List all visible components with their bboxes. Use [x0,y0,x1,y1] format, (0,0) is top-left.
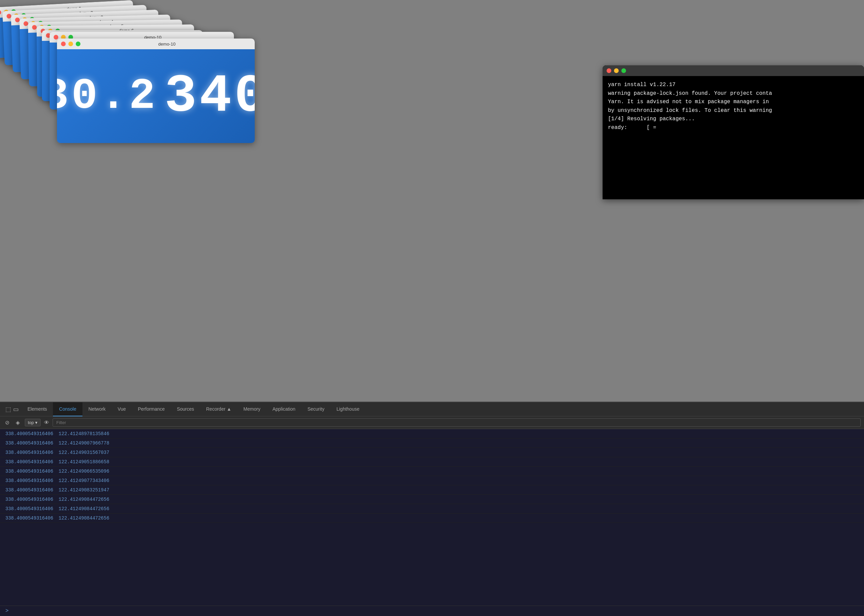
console-col1-8: 338.4000549316406 [5,506,53,511]
cursor-icon[interactable]: ⬚ [5,405,11,413]
console-col2-3: 122.41249051886658 [59,459,109,465]
devtools-tab-bar: ⬚ ▭ Elements Console Network Vue Perform… [0,402,864,416]
console-row-7: 338.4000549316406 122.41249084472656 [0,495,864,504]
tab-application[interactable]: Application [266,402,302,416]
console-col2-8: 122.41249084472656 [59,506,109,511]
terminal-minimize-button[interactable] [614,68,618,73]
context-label: top [28,420,34,425]
console-col2-5: 122.41249077343406 [59,478,109,483]
console-col2-9: 122.41249084472656 [59,515,109,521]
console-row-0: 338.4000549316406 122.41248978135846 [0,429,864,438]
eye-icon[interactable]: 👁 [44,420,49,426]
console-row-8: 338.4000549316406 122.41249084472656 [0,504,864,514]
terminal-line-2: warning package-lock.json found. Your pr… [608,90,859,98]
console-prompt: > [5,608,9,614]
terminal-line-3: Yarn. It is advised not to mix package m… [608,98,859,107]
close-button-8[interactable] [54,35,58,39]
console-col1-1: 338.4000549316406 [5,440,53,446]
console-row-9: 338.4000549316406 122.41249084472656 [0,514,864,523]
console-col1-0: 338.4000549316406 [5,431,53,437]
console-col1-5: 338.4000549316406 [5,478,53,483]
tab-security[interactable]: Security [301,402,330,416]
terminal-window: yarn install v1.22.17 warning package-lo… [603,65,864,199]
terminal-body: yarn install v1.22.17 warning package-lo… [603,76,864,199]
browser-window-front[interactable]: demo-10 30.2 340 [57,39,255,143]
terminal-line-1: yarn install v1.22.17 [608,81,859,90]
dropdown-arrow-icon: ▾ [35,420,38,425]
console-row-4: 338.4000549316406 122.41249066535096 [0,467,864,476]
digit-display-right: 340 [165,66,255,127]
console-col2-4: 122.41249066535096 [59,468,109,474]
console-input[interactable] [11,608,859,614]
devtools-panel: ⬚ ▭ Elements Console Network Vue Perform… [0,402,864,616]
minimize-button-front[interactable] [68,42,73,46]
console-col1-4: 338.4000549316406 [5,468,53,474]
console-col2-1: 122.41249007966778 [59,440,109,446]
tab-recorder[interactable]: Recorder ▲ [200,402,237,416]
browser-window-stack: demo-1 demo-2 demo-3 demo-4 [0,0,261,141]
console-col1-7: 338.4000549316406 [5,497,53,502]
console-col1-2: 338.4000549316406 [5,450,53,455]
terminal-line-4: by unsynchronized lock files. To clear t… [608,107,859,115]
maximize-button-front[interactable] [76,42,80,46]
close-button-4[interactable] [24,21,28,26]
tab-console[interactable]: Console [53,402,82,416]
close-button-3[interactable] [15,17,20,22]
tab-vue[interactable]: Vue [112,402,132,416]
titlebar-front: demo-10 [57,39,255,49]
tab-network[interactable]: Network [82,402,112,416]
console-row-3: 338.4000549316406 122.41249051886658 [0,457,864,467]
terminal-titlebar [603,65,864,76]
terminal-maximize-button[interactable] [622,68,626,73]
context-selector[interactable]: top ▾ [25,419,41,426]
console-col2-2: 122.41249031567037 [59,450,109,455]
tab-lighthouse[interactable]: Lighthouse [330,402,366,416]
tab-title-front: demo-10 [83,42,251,47]
tab-memory[interactable]: Memory [237,402,266,416]
filter-icon[interactable]: ◈ [14,419,22,426]
console-col1-3: 338.4000549316406 [5,459,53,465]
console-row-2: 338.4000549316406 122.41249031567037 [0,448,864,457]
devtools-toolbar: ⊘ ◈ top ▾ 👁 [0,416,864,429]
clear-console-icon[interactable]: ⊘ [3,419,11,426]
devtools-left-icons: ⬚ ▭ [3,405,22,413]
close-button-front[interactable] [61,42,66,46]
terminal-line-6: ready: [ = [608,124,859,132]
console-row-6: 338.4000549316406 122.41249083251947 [0,486,864,495]
console-input-row: > [0,606,864,616]
console-output: 338.4000549316406 122.41248978135846 338… [0,429,864,606]
console-filter-input[interactable] [53,418,861,427]
browser-body-front: 30.2 340 [57,49,255,143]
terminal-line-5: [1/4] Resolving packages... [608,115,859,124]
tab-performance[interactable]: Performance [132,402,171,416]
console-col1-9: 338.4000549316406 [5,515,53,521]
console-row-5: 338.4000549316406 122.41249077343406 [0,476,864,486]
close-button-1[interactable] [0,10,2,15]
tab-sources[interactable]: Sources [171,402,200,416]
device-icon[interactable]: ▭ [13,405,19,413]
close-button-5[interactable] [32,25,37,30]
console-col2-7: 122.41249084472656 [59,497,109,502]
terminal-close-button[interactable] [607,68,611,73]
console-row-1: 338.4000549316406 122.41249007966778 [0,438,864,448]
tab-elements[interactable]: Elements [22,402,53,416]
console-col2-0: 122.41248978135846 [59,431,109,437]
console-col1-6: 338.4000549316406 [5,487,53,493]
console-col2-6: 122.41249083251947 [59,487,109,493]
digit-display-left: 30.2 [57,72,158,121]
